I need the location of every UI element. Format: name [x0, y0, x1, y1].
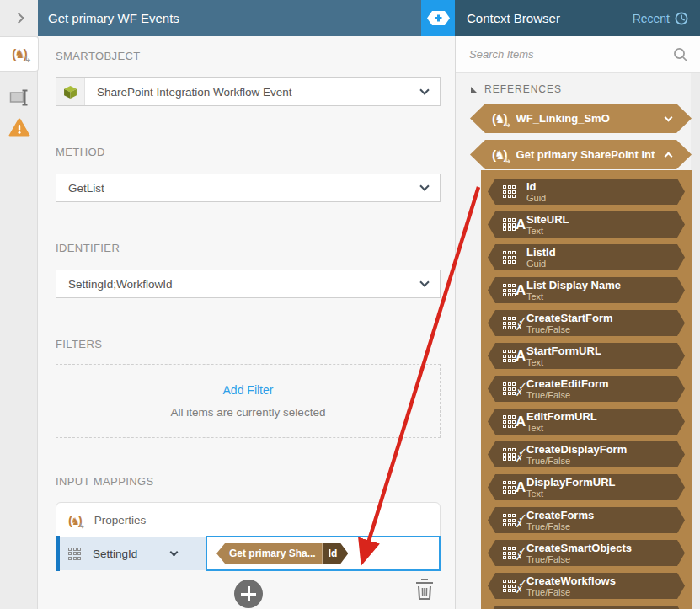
property-type: Text — [526, 357, 601, 367]
guid-grid-icon — [68, 548, 81, 560]
context-property-item[interactable]: A ✓✗ EditFormURL Text — [488, 409, 685, 435]
guid-grid-icon — [503, 547, 516, 559]
reference-group-get-primary-sharepoint[interactable]: (♞)↳ Get primary SharePoint Inte... — [470, 140, 692, 169]
guid-grid-icon — [503, 284, 516, 296]
context-property-item[interactable]: A ✓✗ DisplayFormURL Text — [488, 474, 685, 500]
method-section-label: METHOD — [56, 146, 105, 158]
context-property-item[interactable]: A ✓✗ CreateStartForm True/False — [488, 310, 685, 336]
filters-box: Add Filter All items are currently selec… — [56, 364, 441, 438]
property-icon-wrap: A ✓✗ — [503, 446, 526, 463]
tag-plus-icon — [427, 11, 450, 25]
context-property-item[interactable]: A ✓✗ ListId Guid — [488, 244, 685, 270]
properties-header-row[interactable]: (♞)↳ Properties — [56, 503, 440, 537]
chevron-up-icon — [665, 152, 673, 160]
mapping-field-name: SettingId — [93, 548, 137, 560]
context-browser-title: Context Browser — [467, 11, 560, 25]
sidebar-tab-warnings[interactable] — [0, 110, 39, 146]
properties-k2-icon: (♞)↳ — [68, 513, 81, 527]
input-mappings-section-label: INPUT MAPPINGS — [56, 475, 154, 488]
context-property-item[interactable]: A ✓✗ List Display Name Text — [488, 277, 685, 303]
token-property-segment: Id — [323, 543, 349, 564]
sidebar-tab-smartobject[interactable]: (♞)↳ — [0, 36, 39, 72]
context-property-item[interactable]: A ✓✗ Id Guid — [488, 179, 685, 205]
guid-grid-icon — [503, 481, 516, 494]
context-property-item[interactable]: A ✓✗ CreateWorkflows True/False — [488, 573, 685, 599]
property-type: Text — [526, 226, 569, 236]
property-type: Guid — [526, 259, 556, 269]
property-icon-wrap: A ✓✗ — [503, 282, 526, 299]
context-property-item[interactable]: A ✓✗ SiteURL Text — [488, 211, 685, 238]
property-icon-wrap: A ✓✗ — [503, 578, 526, 595]
property-icon-wrap: A ✓✗ — [503, 185, 526, 198]
mapping-token[interactable]: Get primary Sha... Id — [216, 543, 348, 564]
property-type: True/False — [526, 554, 632, 564]
add-token-button[interactable] — [421, 0, 455, 36]
property-icon-wrap: A ✓✗ — [503, 315, 526, 332]
add-filter-link[interactable]: Add Filter — [223, 383, 274, 397]
identifier-dropdown[interactable]: SettingId;WorkflowId — [56, 270, 441, 298]
property-name: CreateEditForm — [526, 378, 609, 390]
guid-grid-icon — [503, 415, 516, 428]
chevron-down-icon — [419, 277, 429, 286]
context-property-item[interactable]: A ✓✗ CreateDisplayForm True/False — [488, 441, 685, 467]
smartobject-cube-iconbox — [56, 78, 85, 105]
mapping-value-input[interactable]: Get primary Sha... Id — [206, 536, 441, 571]
reference-group-label: WF_Linking_SmO — [516, 112, 655, 125]
text-icon: A — [516, 216, 526, 233]
smartobject-section-label: SMARTOBJECT — [56, 50, 141, 62]
text-icon: A — [516, 414, 526, 430]
references-label: REFERENCES — [484, 83, 562, 95]
property-type: True/False — [526, 521, 594, 532]
collapse-panel-button[interactable] — [0, 0, 38, 36]
property-name: StartFormURL — [526, 345, 601, 357]
smartobject-config-panel: SMARTOBJECT SharePoint Integration Workf… — [39, 36, 455, 609]
property-icon-wrap: A ✓✗ — [503, 414, 526, 430]
delete-mapping-trash-icon[interactable] — [414, 577, 435, 601]
recent-button[interactable]: Recent — [633, 12, 688, 25]
references-toggle[interactable]: REFERENCES — [471, 83, 562, 95]
reference-group-label: Get primary SharePoint Inte... — [516, 148, 655, 161]
property-type: Text — [526, 423, 597, 433]
guid-grid-icon — [503, 218, 516, 231]
search-bar — [456, 36, 700, 73]
context-property-item[interactable]: A ✓✗ CreateEditForm True/False — [488, 376, 685, 402]
property-icon-wrap: A ✓✗ — [503, 512, 526, 529]
context-property-item[interactable]: A ✓✗ CreateForms True/False — [488, 507, 685, 533]
property-icon-wrap: A ✓✗ — [503, 479, 526, 496]
context-property-item[interactable]: A ✓✗ CreateSmartObjects True/False — [488, 540, 685, 566]
text-icon: A — [516, 479, 526, 496]
property-name: EditFormURL — [526, 411, 597, 423]
smartobject-cube-icon — [63, 85, 77, 99]
property-icon-wrap: A ✓✗ — [503, 545, 526, 562]
property-type: True/False — [526, 587, 616, 597]
chevron-down-icon[interactable] — [170, 548, 179, 557]
add-mapping-button[interactable] — [234, 580, 263, 608]
search-input[interactable] — [468, 47, 673, 61]
guid-grid-icon — [503, 350, 516, 362]
true-false-icon: ✓✗ — [516, 578, 526, 595]
filter-status-text: All items are currently selected — [56, 406, 440, 419]
chevron-right-icon — [13, 13, 24, 24]
chevron-down-icon — [419, 181, 429, 190]
context-property-item[interactable]: A ✓✗ StartFormURL Text — [488, 343, 685, 369]
mapping-row-settingid[interactable]: SettingId Get primary Sha... Id — [56, 537, 440, 570]
method-dropdown[interactable]: GetList — [56, 174, 441, 202]
property-name: SiteURL — [526, 214, 569, 226]
reference-group-wf-linking-smo[interactable]: (♞)↳ WF_Linking_SmO — [470, 104, 692, 133]
property-type: Text — [526, 489, 615, 499]
warning-triangle-icon — [8, 118, 30, 138]
context-browser-body: REFERENCES (♞)↳ WF_Linking_SmO (♞)↳ Get … — [456, 73, 700, 609]
scrollbar-track[interactable] — [691, 73, 700, 609]
search-icon[interactable] — [673, 47, 688, 62]
property-name: ListId — [526, 247, 556, 259]
guid-grid-icon — [503, 580, 516, 592]
true-false-icon: ✓✗ — [516, 545, 526, 562]
context-browser-header: Context Browser Recent — [455, 0, 700, 36]
true-false-icon: ✓✗ — [516, 446, 526, 463]
identifier-dropdown-value: SettingId;WorkflowId — [56, 278, 421, 291]
clock-icon — [675, 12, 688, 25]
designer-sidebar: (♞)↳ — [0, 36, 38, 609]
property-name: CreateWorkflows — [526, 575, 616, 587]
smartobject-dropdown-value: SharePoint Integration Workflow Event — [85, 86, 421, 99]
smartobject-dropdown[interactable]: SharePoint Integration Workflow Event — [56, 77, 441, 106]
